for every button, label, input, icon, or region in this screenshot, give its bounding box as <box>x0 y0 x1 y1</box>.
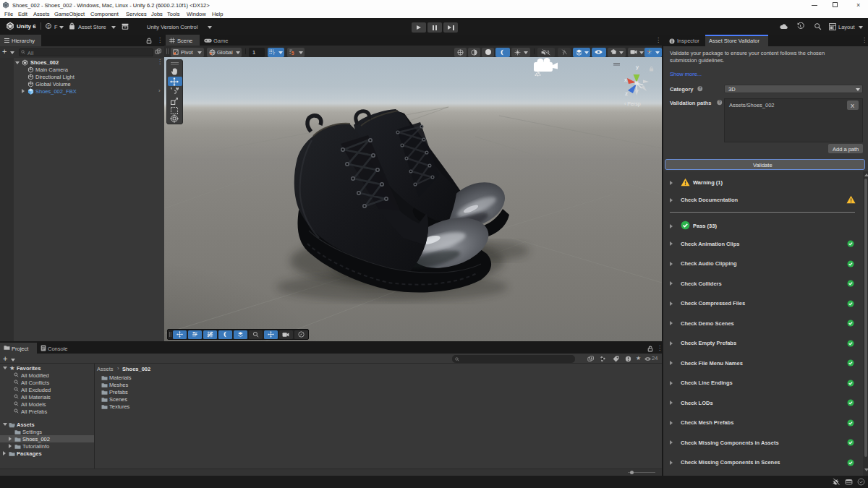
svg-text:5: 5 <box>292 50 294 55</box>
svg-text:y: y <box>636 64 639 70</box>
svg-text:x: x <box>624 77 627 83</box>
svg-text:z: z <box>625 90 628 97</box>
svg-text:?: ? <box>718 100 720 104</box>
svg-text:?: ? <box>699 86 701 90</box>
svg-text:Y: Y <box>273 52 275 56</box>
